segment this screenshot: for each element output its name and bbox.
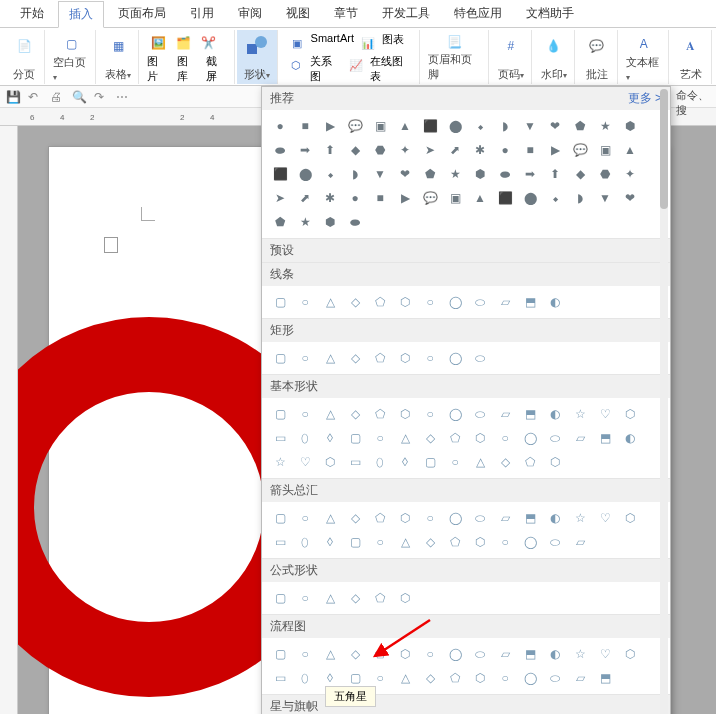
shape-item[interactable]: ◇ (345, 404, 365, 424)
shape-item[interactable]: ⬠ (370, 588, 390, 608)
shape-item[interactable]: ◯ (445, 404, 465, 424)
shape-item[interactable]: ◊ (320, 428, 340, 448)
shape-item[interactable]: ⬡ (395, 508, 415, 528)
panel-scrollbar[interactable] (660, 89, 668, 714)
shape-item[interactable]: ⬯ (295, 532, 315, 552)
shape-item[interactable]: ▢ (345, 532, 365, 552)
online-chart-icon[interactable]: 📈 (345, 54, 367, 76)
shape-item[interactable]: ◯ (520, 428, 540, 448)
tab-start[interactable]: 开始 (10, 1, 54, 26)
shape-item[interactable]: ○ (295, 292, 315, 312)
shape-item[interactable]: ◇ (345, 348, 365, 368)
shape-item[interactable]: ⬈ (445, 140, 465, 160)
shape-item[interactable]: ■ (295, 116, 315, 136)
shape-item[interactable]: ▲ (620, 140, 640, 160)
shape-item[interactable]: ▶ (545, 140, 565, 160)
shape-item[interactable]: ▢ (345, 668, 365, 688)
picture-label[interactable]: 图片 (147, 54, 168, 84)
shape-item[interactable]: ▣ (370, 116, 390, 136)
shape-item[interactable]: ⬣ (370, 140, 390, 160)
shape-item[interactable]: ○ (295, 508, 315, 528)
shape-item[interactable]: ○ (370, 668, 390, 688)
shape-item[interactable]: ▼ (370, 164, 390, 184)
more-icon[interactable]: ⋯ (116, 90, 130, 104)
tab-chapter[interactable]: 章节 (324, 1, 368, 26)
shape-item[interactable]: ⬢ (620, 116, 640, 136)
shape-item[interactable]: ◯ (445, 644, 465, 664)
shape-item[interactable]: 💬 (570, 140, 590, 160)
shape-item[interactable]: ▢ (270, 644, 290, 664)
relation-icon[interactable]: ⬡ (286, 54, 308, 76)
shape-item[interactable]: ○ (495, 532, 515, 552)
ribbon-page-number[interactable]: # 页码▾ (491, 30, 532, 84)
shape-item[interactable]: ➡ (520, 164, 540, 184)
shape-item[interactable]: ⬆ (545, 164, 565, 184)
ribbon-textbox[interactable]: A 文本框▾ (620, 30, 669, 84)
shape-item[interactable]: ✦ (395, 140, 415, 160)
shape-item[interactable]: ⬒ (520, 644, 540, 664)
shape-item[interactable]: ⬟ (570, 116, 590, 136)
shape-item[interactable]: ◇ (345, 292, 365, 312)
shape-item[interactable]: ◆ (345, 140, 365, 160)
shape-item[interactable]: ▢ (420, 452, 440, 472)
shape-item[interactable]: ⬭ (470, 644, 490, 664)
shape-item[interactable]: ○ (420, 404, 440, 424)
shape-item[interactable]: ▭ (270, 428, 290, 448)
shape-item[interactable]: ○ (370, 428, 390, 448)
shape-item[interactable]: ○ (420, 644, 440, 664)
shape-item[interactable]: ⬡ (320, 452, 340, 472)
shape-item[interactable]: ▢ (270, 588, 290, 608)
shape-item[interactable]: ◯ (445, 508, 465, 528)
shape-item[interactable]: ⬟ (420, 164, 440, 184)
save-icon[interactable]: 💾 (6, 90, 20, 104)
shape-item[interactable]: ◊ (395, 452, 415, 472)
picture-icon[interactable]: 🖼️ (147, 32, 169, 54)
shape-item[interactable]: 💬 (345, 116, 365, 136)
shape-item[interactable]: ⬡ (620, 508, 640, 528)
shape-item[interactable]: △ (320, 508, 340, 528)
shape-item[interactable]: ⬡ (470, 428, 490, 448)
shape-item[interactable]: ▼ (595, 188, 615, 208)
shape-item[interactable]: ⬥ (545, 188, 565, 208)
tab-reference[interactable]: 引用 (180, 1, 224, 26)
ribbon-shapes[interactable]: 形状▾ (237, 30, 278, 84)
shape-item[interactable]: ⬡ (470, 532, 490, 552)
shape-item[interactable]: ♡ (595, 644, 615, 664)
shape-item[interactable]: ⬢ (470, 164, 490, 184)
ribbon-page-break[interactable]: 📄 分页 (4, 30, 45, 84)
shape-item[interactable]: ⬭ (470, 292, 490, 312)
shape-item[interactable]: ○ (495, 668, 515, 688)
shape-item[interactable]: ⬯ (295, 668, 315, 688)
shape-item[interactable]: ◐ (545, 644, 565, 664)
shape-item[interactable]: ○ (295, 404, 315, 424)
shape-item[interactable]: ★ (595, 116, 615, 136)
shape-item[interactable]: ○ (295, 348, 315, 368)
shape-item[interactable]: ▼ (520, 116, 540, 136)
shape-item[interactable]: ❤ (395, 164, 415, 184)
shape-item[interactable]: △ (395, 428, 415, 448)
shape-item[interactable]: ⬭ (545, 668, 565, 688)
shape-item[interactable]: ➤ (420, 140, 440, 160)
shape-item[interactable]: ▭ (270, 532, 290, 552)
shape-item[interactable]: △ (320, 588, 340, 608)
ribbon-header-footer[interactable]: 📃 页眉和页脚 (422, 30, 489, 84)
shape-item[interactable]: ⬈ (295, 188, 315, 208)
shape-item[interactable]: ⬭ (470, 508, 490, 528)
shape-item[interactable]: ▢ (270, 292, 290, 312)
shape-item[interactable]: △ (320, 348, 340, 368)
shape-item[interactable]: △ (320, 644, 340, 664)
shape-item[interactable]: ● (345, 188, 365, 208)
shape-item[interactable]: ▱ (495, 292, 515, 312)
shape-item[interactable]: ⬡ (395, 588, 415, 608)
shape-item[interactable]: ⬆ (320, 140, 340, 160)
shape-item[interactable]: ➡ (295, 140, 315, 160)
shape-item[interactable]: ▣ (445, 188, 465, 208)
shape-item[interactable]: ■ (520, 140, 540, 160)
more-link[interactable]: 更多 > (628, 90, 662, 107)
shape-item[interactable]: ⬒ (520, 292, 540, 312)
shape-item[interactable]: ⬭ (545, 532, 565, 552)
shape-item[interactable]: ▶ (320, 116, 340, 136)
tab-layout[interactable]: 页面布局 (108, 1, 176, 26)
shape-item[interactable]: ⬒ (520, 508, 540, 528)
shape-item[interactable]: △ (395, 532, 415, 552)
